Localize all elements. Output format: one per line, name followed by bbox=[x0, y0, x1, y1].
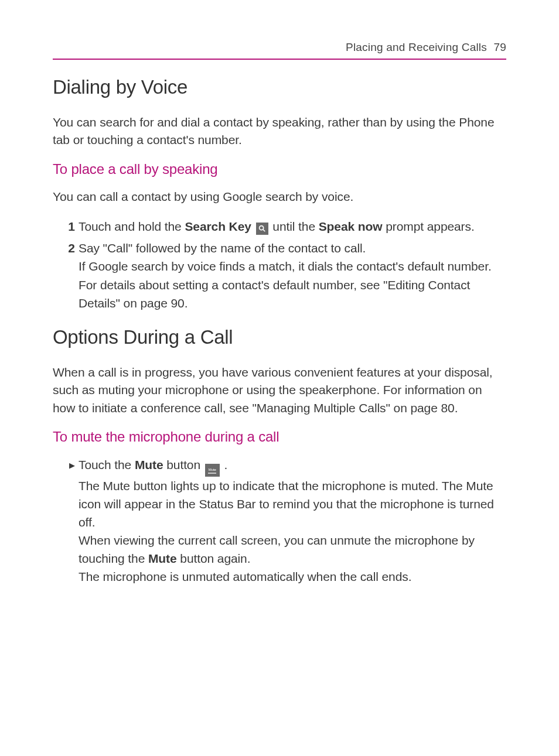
chapter-title: Placing and Receiving Calls bbox=[346, 41, 487, 53]
step-2: 2 Say "Call" followed by the name of the… bbox=[53, 239, 506, 312]
speak-now-label: Speak now bbox=[319, 220, 383, 233]
section-intro: When a call is in progress, you have var… bbox=[53, 364, 506, 417]
mute-icon: Mute bbox=[205, 464, 220, 477]
bullet-marker: ▶ bbox=[53, 456, 79, 586]
step-number: 2 bbox=[53, 239, 79, 312]
svg-line-1 bbox=[263, 230, 265, 232]
numbered-steps: 1 Touch and hold the Search Key until th… bbox=[53, 217, 506, 312]
sub-intro: You can call a contact by using Google s… bbox=[53, 188, 506, 206]
section-heading-options: Options During a Call bbox=[53, 326, 506, 348]
section-intro: You can search for and dial a contact by… bbox=[53, 114, 506, 149]
search-icon bbox=[256, 223, 268, 235]
bullet-mute: ▶ Touch the Mute button Mute . The Mute … bbox=[53, 456, 506, 586]
sub-heading-place-call: To place a call by speaking bbox=[53, 161, 506, 177]
section-heading-dialing: Dialing by Voice bbox=[53, 76, 506, 98]
page-header: Placing and Receiving Calls 79 bbox=[53, 41, 506, 60]
search-key-label: Search Key bbox=[185, 220, 251, 233]
bullet-content: Touch the Mute button Mute . The Mute bu… bbox=[79, 456, 506, 586]
mute-label: Mute bbox=[135, 458, 163, 471]
step-1: 1 Touch and hold the Search Key until th… bbox=[53, 217, 506, 235]
mute-label: Mute bbox=[148, 552, 177, 565]
step-content: Say "Call" followed by the name of the c… bbox=[79, 239, 506, 312]
sub-heading-mute: To mute the microphone during a call bbox=[53, 429, 506, 445]
triangle-bullet-icon: ▶ bbox=[69, 461, 75, 470]
svg-point-0 bbox=[260, 226, 264, 230]
step-content: Touch and hold the Search Key until the … bbox=[79, 217, 506, 235]
document-page: Placing and Receiving Calls 79 Dialing b… bbox=[0, 0, 559, 636]
page-number: 79 bbox=[493, 41, 506, 53]
step-number: 1 bbox=[53, 217, 79, 235]
